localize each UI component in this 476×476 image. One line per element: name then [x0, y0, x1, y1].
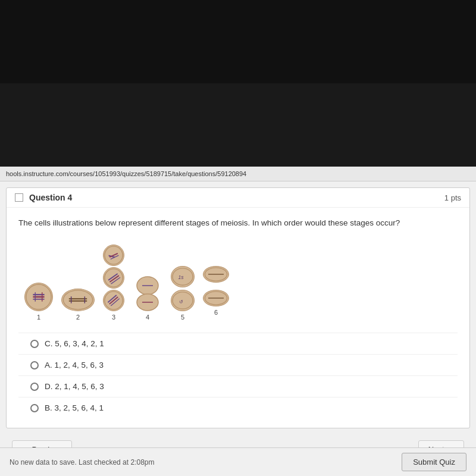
answer-options: C. 5, 6, 3, 4, 2, 1 A. 1, 2, 4, 5, 6, 3 …	[18, 333, 458, 418]
question-card: Question 4 1 pts The cells illustrations…	[6, 187, 470, 428]
cell-6-top	[203, 266, 229, 283]
cell-group-3: 3	[103, 245, 124, 321]
svg-text:1s: 1s	[178, 274, 184, 280]
cell-5-top: 1s	[171, 266, 195, 287]
question-header: Question 4 1 pts	[7, 188, 469, 208]
cell-group-6-bot: 6	[203, 290, 229, 316]
cell-group-5-bot: ↺ 5	[171, 290, 195, 321]
answer-option-A[interactable]: A. 1, 2, 4, 5, 6, 3	[18, 355, 458, 376]
cell-3-top	[103, 245, 124, 266]
cell-group-2: 2	[61, 289, 95, 321]
radio-A[interactable]	[30, 361, 39, 369]
bottom-bar: No new data to save. Last checked at 2:0…	[0, 447, 476, 476]
cell-group-6-top	[203, 266, 229, 287]
svg-point-6	[63, 290, 92, 309]
question-body: The cells illustrations below represent …	[7, 208, 469, 428]
question-points: 1 pts	[444, 193, 461, 202]
cell-1	[24, 283, 53, 311]
cell-group-4: 4	[133, 275, 162, 321]
radio-B[interactable]	[30, 404, 39, 412]
cell-group-5: 1s	[171, 266, 195, 287]
answer-label-A: A. 1, 2, 4, 5, 6, 3	[45, 361, 104, 369]
radio-C[interactable]	[30, 340, 39, 348]
radio-D[interactable]	[30, 383, 39, 391]
question-checkbox[interactable]	[15, 193, 23, 202]
cell-label-3: 3	[112, 314, 115, 321]
answer-label-B: B. 3, 2, 5, 6, 4, 1	[45, 403, 104, 412]
cell-label-1: 1	[37, 314, 40, 321]
cell-2	[61, 289, 95, 311]
cell-label-4: 4	[146, 314, 149, 321]
cell-3-mid	[103, 267, 124, 289]
cell-3-bot	[103, 290, 124, 311]
answer-option-C[interactable]: C. 5, 6, 3, 4, 2, 1	[18, 333, 458, 355]
answer-option-D[interactable]: D. 2, 1, 4, 5, 6, 3	[18, 376, 458, 397]
cell-label-2: 2	[76, 314, 80, 321]
cell-group-1: 1	[24, 283, 53, 321]
status-text: No new data to save. Last checked at 2:0…	[10, 458, 154, 466]
cell-6-bot	[203, 290, 229, 306]
cell-label-5: 5	[181, 314, 184, 321]
answer-label-C: C. 5, 6, 3, 4, 2, 1	[45, 339, 104, 348]
cell-3-stack	[103, 245, 124, 311]
browser-url-bar: hools.instructure.com/courses/1051993/qu…	[0, 167, 476, 181]
cell-4	[133, 275, 162, 311]
cells-illustration: 1 2	[18, 239, 458, 321]
submit-quiz-button[interactable]: Submit Quiz	[402, 453, 466, 471]
cell-label-6: 6	[214, 309, 218, 316]
answer-option-B[interactable]: B. 3, 2, 5, 6, 4, 1	[18, 397, 458, 418]
question-text: The cells illustrations below represent …	[18, 217, 458, 229]
answer-label-D: D. 2, 1, 4, 5, 6, 3	[45, 382, 104, 391]
cell-5-bot: ↺	[171, 290, 195, 311]
question-title: Question 4	[29, 193, 72, 202]
svg-text:↺: ↺	[179, 299, 183, 305]
